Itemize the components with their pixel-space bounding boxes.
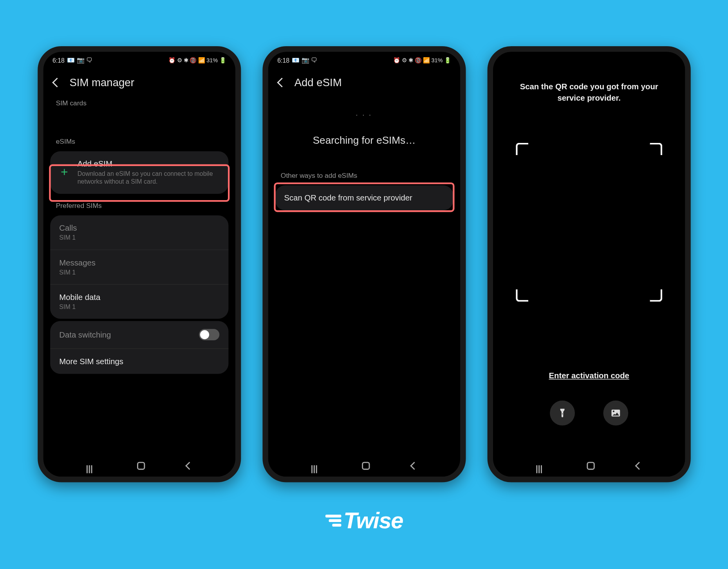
section-other-ways: Other ways to add eSIMs (268, 166, 460, 183)
calls-row[interactable]: CallsSIM 1 (50, 215, 228, 250)
data-switching-toggle[interactable] (199, 329, 219, 340)
page-title: SIM manager (69, 76, 134, 89)
phone-sim-manager: 6:18📧 📷 🗨 ⏰ ⚙ ✱ 📵 📶 31% 🔋 SIM manager SI… (38, 46, 241, 482)
nav-back-icon[interactable] (635, 462, 643, 470)
status-icons-left: 📧 📷 🗨 (67, 56, 92, 64)
nav-recent-icon[interactable] (536, 465, 545, 466)
data-switching-row[interactable]: Data switching (50, 321, 228, 349)
loading-dots: · · · (268, 111, 460, 117)
messages-sub: SIM 1 (59, 268, 219, 276)
status-icons-left: 📧 📷 🗨 (292, 56, 317, 64)
status-time: 6:18 (277, 56, 289, 63)
viewfinder-corner (650, 143, 662, 155)
nav-home-icon[interactable] (587, 462, 594, 470)
section-esims: eSIMs (43, 132, 235, 149)
qr-viewfinder (516, 143, 662, 302)
viewfinder-corner (516, 289, 528, 302)
nav-back-icon[interactable] (410, 462, 418, 470)
nav-home-icon[interactable] (362, 462, 370, 470)
logo-wing-icon (325, 513, 341, 528)
twise-logo: Twise (325, 508, 403, 533)
nav-bar (493, 462, 685, 470)
scan-qr-row[interactable]: Scan QR code from service provider (275, 185, 453, 210)
searching-text: Searching for eSIMs… (268, 135, 460, 146)
logo-text: Twise (343, 508, 403, 533)
more-sim-row[interactable]: More SIM settings (50, 349, 228, 374)
back-icon[interactable] (277, 78, 287, 87)
data-switching-label: Data switching (59, 330, 191, 339)
phone-scan-qr: Scan the QR code you got from your servi… (487, 46, 690, 482)
phone-add-esim: 6:18📧 📷 🗨 ⏰ ⚙ ✱ 📵 📶 31% 🔋 Add eSIM · · ·… (262, 46, 466, 482)
viewfinder-corner (516, 143, 528, 155)
enter-activation-link[interactable]: Enter activation code (493, 371, 685, 380)
messages-title: Messages (59, 258, 219, 267)
plus-icon: + (59, 165, 69, 180)
scan-instruction: Scan the QR code you got from your servi… (493, 52, 685, 103)
gallery-button[interactable] (603, 400, 628, 425)
nav-bar (268, 462, 460, 470)
flashlight-icon (557, 408, 567, 418)
add-esim-row[interactable]: + Add eSIM Download an eSIM so you can c… (50, 151, 228, 193)
nav-home-icon[interactable] (137, 462, 145, 470)
mobile-data-row[interactable]: Mobile dataSIM 1 (50, 285, 228, 319)
calls-sub: SIM 1 (59, 233, 219, 241)
more-sim-label: More SIM settings (59, 357, 219, 366)
status-icons-right: ⏰ ⚙ ✱ 📵 📶 31% 🔋 (393, 57, 451, 63)
nav-back-icon[interactable] (185, 462, 193, 470)
messages-row[interactable]: MessagesSIM 1 (50, 250, 228, 285)
calls-title: Calls (59, 223, 219, 232)
nav-recent-icon[interactable] (87, 465, 96, 466)
flashlight-button[interactable] (550, 400, 575, 425)
status-time: 6:18 (52, 56, 64, 63)
scan-qr-label: Scan QR code from service provider (284, 193, 412, 202)
status-icons-right: ⏰ ⚙ ✱ 📵 📶 31% 🔋 (168, 57, 226, 63)
nav-bar (43, 462, 235, 470)
section-preferred: Preferred SIMs (43, 196, 235, 213)
add-esim-title: Add eSIM (77, 159, 219, 168)
mobile-data-title: Mobile data (59, 293, 219, 302)
status-bar: 6:18📧 📷 🗨 ⏰ ⚙ ✱ 📵 📶 31% 🔋 (268, 52, 460, 66)
back-icon[interactable] (52, 78, 62, 87)
gallery-icon (611, 408, 621, 418)
viewfinder-corner (650, 289, 662, 302)
nav-recent-icon[interactable] (311, 465, 320, 466)
status-bar: 6:18📧 📷 🗨 ⏰ ⚙ ✱ 📵 📶 31% 🔋 (43, 52, 235, 66)
section-sim-cards: SIM cards (43, 98, 235, 110)
add-esim-subtitle: Download an eSIM so you can connect to m… (77, 169, 219, 185)
page-title: Add eSIM (294, 76, 341, 89)
mobile-data-sub: SIM 1 (59, 303, 219, 311)
